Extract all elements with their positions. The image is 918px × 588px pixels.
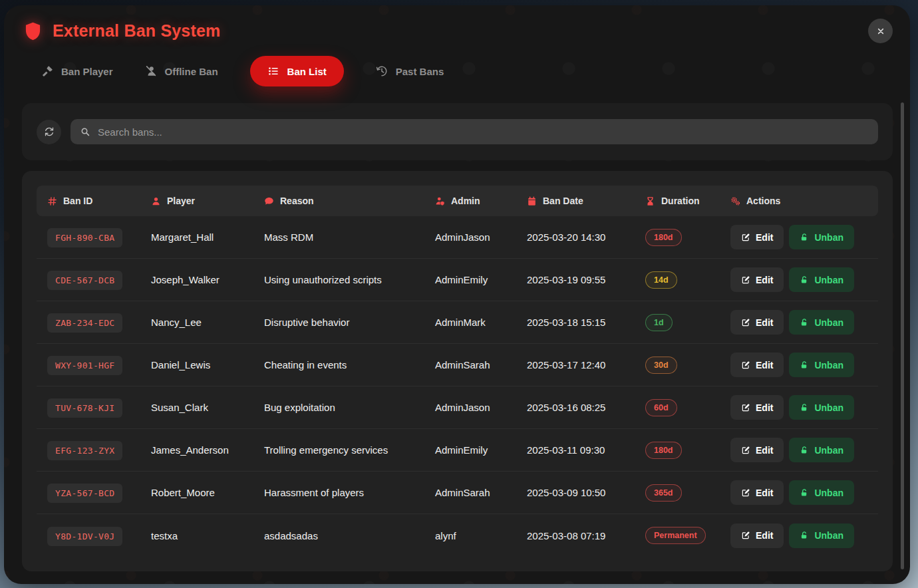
close-icon	[875, 26, 886, 37]
table-row: WXY-901-HGF Daniel_Lewis Cheating in eve…	[37, 344, 878, 386]
refresh-icon	[44, 126, 55, 137]
tab-bar: Ban Player Offline Ban Ban List Past Ban…	[4, 43, 910, 87]
table-header-row: Ban ID Player Reason Admin Ban Date Dura…	[37, 186, 878, 216]
ban-id-badge: FGH-890-CBA	[47, 228, 122, 247]
column-header: Ban Date	[527, 196, 645, 206]
search-icon	[80, 126, 90, 137]
search-input[interactable]	[98, 126, 869, 138]
column-header: Ban ID	[47, 196, 151, 206]
player-cell: Joseph_Walker	[151, 274, 264, 285]
user-slash-icon	[145, 65, 157, 77]
player-cell: James_Anderson	[151, 444, 264, 456]
unban-button[interactable]: Unban	[789, 480, 854, 505]
actions-cell: Edit Unban	[730, 225, 867, 249]
unban-button[interactable]: Unban	[789, 267, 854, 292]
tab-ban-list[interactable]: Ban List	[250, 56, 344, 86]
admin-cell: AdminEmily	[435, 274, 527, 285]
actions-cell: Edit Unban	[730, 310, 867, 335]
admin-cell: AdminEmily	[435, 444, 527, 456]
unlock-icon	[800, 361, 809, 370]
duration-badge: 180d	[645, 442, 682, 459]
edit-button[interactable]: Edit	[730, 480, 784, 505]
ban-date-cell: 2025-03-18 15:15	[527, 317, 645, 328]
table-row: CDE-567-DCB Joseph_Walker Using unauthor…	[37, 259, 878, 301]
reason-cell: Using unauthorized scripts	[264, 274, 435, 285]
edit-button[interactable]: Edit	[730, 353, 784, 377]
unlock-icon	[800, 531, 809, 540]
ban-date-cell: 2025-03-17 12:40	[527, 359, 645, 370]
user-icon	[151, 196, 161, 206]
duration-badge: 180d	[645, 229, 682, 246]
column-header: Actions	[730, 196, 867, 206]
column-header: Reason	[264, 196, 435, 206]
admin-cell: alynf	[435, 530, 527, 541]
ban-date-cell: 2025-03-08 07:19	[527, 530, 645, 541]
table-body: FGH-890-CBA Margaret_Hall Mass RDM Admin…	[37, 216, 878, 557]
player-cell: testxa	[151, 530, 264, 541]
edit-icon	[741, 531, 750, 540]
admin-cell: AdminMark	[435, 317, 527, 328]
hash-icon	[47, 196, 57, 206]
reason-cell: Harassment of players	[264, 487, 435, 498]
reason-cell: Bug exploitation	[264, 402, 435, 413]
actions-cell: Edit Unban	[730, 353, 867, 377]
unlock-icon	[800, 488, 809, 498]
edit-button[interactable]: Edit	[730, 267, 784, 292]
tab-ban-player[interactable]: Ban Player	[41, 65, 113, 77]
brand: External Ban System	[23, 19, 221, 43]
edit-button[interactable]: Edit	[730, 225, 784, 249]
unban-button[interactable]: Unban	[789, 395, 854, 420]
reason-cell: Disruptive behavior	[264, 317, 435, 328]
search-field[interactable]	[71, 119, 878, 144]
edit-icon	[741, 361, 750, 370]
duration-badge: 60d	[645, 399, 677, 416]
edit-icon	[741, 403, 750, 412]
duration-badge: 30d	[645, 357, 677, 374]
close-button[interactable]	[868, 19, 893, 43]
player-cell: Nancy_Lee	[151, 317, 264, 328]
tab-past-bans[interactable]: Past Bans	[376, 65, 444, 77]
scrollbar-thumb[interactable]	[901, 102, 904, 569]
refresh-button[interactable]	[37, 120, 61, 144]
unban-button[interactable]: Unban	[789, 438, 854, 462]
page-background: External Ban System Ban Player Offline B…	[0, 0, 918, 588]
duration-badge: 365d	[645, 484, 682, 502]
unban-button[interactable]: Unban	[789, 353, 854, 377]
table-row: YZA-567-BCD Robert_Moore Harassment of p…	[37, 472, 878, 514]
edit-icon	[741, 446, 750, 455]
ban-id-badge: TUV-678-KJI	[47, 398, 122, 418]
table-row: EFG-123-ZYX James_Anderson Trolling emer…	[37, 429, 878, 472]
ban-date-cell: 2025-03-11 09:30	[527, 444, 645, 456]
app-title: External Ban System	[53, 21, 221, 41]
actions-cell: Edit Unban	[730, 480, 867, 505]
ban-id-badge: YZA-567-BCD	[47, 484, 122, 503]
tab-offline-ban[interactable]: Offline Ban	[145, 65, 218, 77]
unban-button[interactable]: Unban	[789, 225, 854, 249]
unban-button[interactable]: Unban	[789, 523, 854, 548]
edit-button[interactable]: Edit	[730, 438, 784, 462]
cogs-icon	[730, 196, 740, 206]
list-icon	[267, 65, 279, 77]
column-header: Player	[151, 196, 264, 206]
actions-cell: Edit Unban	[730, 438, 867, 462]
main-content: Ban ID Player Reason Admin Ban Date Dura…	[4, 87, 910, 571]
gavel-icon	[41, 65, 53, 77]
edit-button[interactable]: Edit	[730, 395, 784, 420]
edit-button[interactable]: Edit	[730, 523, 784, 548]
edit-button[interactable]: Edit	[730, 310, 784, 335]
admin-cell: AdminSarah	[435, 487, 527, 498]
unban-button[interactable]: Unban	[789, 310, 854, 335]
actions-cell: Edit Unban	[730, 267, 867, 292]
unlock-icon	[800, 275, 809, 285]
reason-cell: asdadsadas	[264, 530, 435, 541]
edit-icon	[741, 275, 750, 285]
admin-shield-icon	[435, 196, 445, 206]
player-cell: Robert_Moore	[151, 487, 264, 498]
table-row: Y8D-1DV-V0J testxa asdadsadas alynf 2025…	[37, 514, 878, 557]
ban-system-window: External Ban System Ban Player Offline B…	[4, 5, 910, 584]
duration-badge: 1d	[645, 314, 673, 331]
edit-icon	[741, 318, 750, 327]
unlock-icon	[800, 403, 809, 412]
duration-badge: Permanent	[645, 527, 706, 544]
shield-icon	[23, 19, 43, 43]
